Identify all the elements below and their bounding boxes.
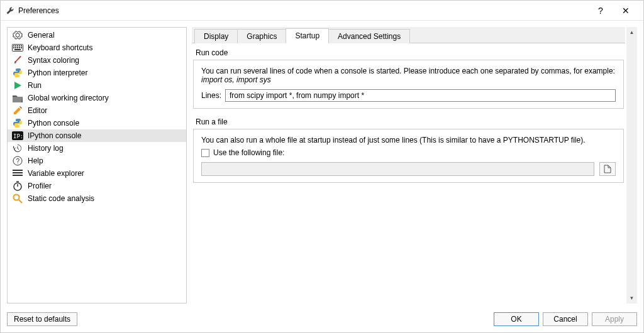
svg-rect-10	[21, 47, 22, 48]
button-bar: Reset to defaults OK Cancel Apply	[1, 310, 643, 332]
ip-icon: IP:	[11, 131, 24, 141]
sidebar-item-general[interactable]: General	[8, 29, 186, 41]
lines-input[interactable]	[225, 89, 616, 102]
run-code-label: Run code	[193, 43, 624, 60]
close-button[interactable]: ✕	[613, 6, 638, 16]
sidebar-item-label: General	[28, 31, 55, 40]
svg-rect-6	[13, 47, 14, 48]
python-icon	[11, 68, 24, 78]
svg-rect-9	[19, 47, 20, 48]
scroll-up-icon[interactable]: ▲	[626, 27, 637, 38]
svg-rect-8	[17, 47, 18, 48]
svg-rect-17	[13, 172, 23, 173]
titlebar: Preferences ? ✕	[1, 1, 643, 21]
svg-text:IP:: IP:	[13, 133, 23, 139]
file-icon	[604, 165, 611, 173]
run-file-label: Run a file	[193, 112, 624, 129]
sidebar-item-python-console[interactable]: Python console	[8, 117, 186, 129]
svg-rect-7	[15, 47, 16, 48]
history-icon	[11, 143, 24, 153]
apply-button[interactable]: Apply	[592, 312, 637, 326]
sidebar-item-help[interactable]: ?Help	[8, 155, 186, 167]
magnify-icon	[11, 194, 24, 204]
sidebar-item-label: IPython console	[28, 131, 81, 140]
sidebar-item-label: Global working directory	[28, 94, 109, 102]
sidebar-item-editor[interactable]: Editor	[8, 104, 186, 117]
svg-rect-2	[15, 45, 16, 46]
sidebar-item-keyboard-shortcuts[interactable]: Keyboard shortcuts	[8, 41, 186, 54]
tab-startup[interactable]: Startup	[286, 28, 329, 43]
tabstrip: DisplayGraphicsStartupAdvanced Settings	[192, 27, 625, 43]
sidebar-item-syntax-coloring[interactable]: Syntax coloring	[8, 54, 186, 67]
sidebar-item-profiler[interactable]: Profiler	[8, 180, 186, 192]
sidebar-item-python-interpreter[interactable]: Python interpreter	[8, 67, 186, 79]
scroll-down-icon[interactable]: ▼	[626, 293, 637, 303]
keyboard-icon	[11, 43, 24, 53]
sidebar-item-label: Keyboard shortcuts	[28, 43, 92, 52]
browse-file-button[interactable]	[599, 162, 616, 176]
sidebar: GeneralKeyboard shortcutsSyntax coloring…	[7, 27, 187, 303]
sidebar-item-static-code-analysis[interactable]: Static code analysis	[8, 192, 186, 205]
sidebar-item-label: History log	[28, 144, 64, 153]
svg-rect-5	[21, 45, 22, 46]
folder-icon	[11, 93, 24, 103]
tab-advanced-settings[interactable]: Advanced Settings	[328, 29, 410, 43]
brush-icon	[11, 55, 24, 65]
play-icon	[11, 80, 24, 90]
cancel-button[interactable]: Cancel	[543, 312, 588, 326]
wrench-icon	[6, 6, 14, 15]
svg-rect-1	[13, 45, 14, 46]
sidebar-item-label: Variable explorer	[28, 169, 84, 178]
sidebar-item-label: Python console	[28, 119, 79, 128]
sidebar-item-ipython-console[interactable]: IP:IPython console	[8, 129, 186, 142]
svg-rect-11	[14, 49, 21, 50]
sidebar-item-run[interactable]: Run	[8, 79, 186, 92]
sidebar-item-global-working-directory[interactable]: Global working directory	[8, 92, 186, 104]
pencil-icon	[11, 106, 24, 116]
sidebar-item-variable-explorer[interactable]: Variable explorer	[8, 167, 186, 180]
sidebar-item-label: Run	[28, 81, 42, 90]
run-code-group: You can run several lines of code when a…	[193, 60, 624, 109]
scrollbar[interactable]: ▲ ▼	[626, 27, 637, 303]
sidebar-item-history-log[interactable]: History log	[8, 142, 186, 155]
help-button[interactable]: ?	[588, 6, 613, 16]
sidebar-item-label: Editor	[28, 106, 47, 115]
tab-display[interactable]: Display	[194, 29, 238, 43]
sidebar-item-label: Profiler	[28, 182, 52, 190]
run-file-group: You can also run a whole file at startup…	[193, 129, 624, 183]
svg-rect-3	[17, 45, 18, 46]
sidebar-item-label: Syntax coloring	[28, 56, 79, 65]
list-icon	[11, 168, 24, 178]
run-code-desc: You can run several lines of code when a…	[201, 67, 616, 84]
sidebar-item-label: Python interpreter	[28, 68, 87, 77]
svg-point-20	[14, 195, 19, 200]
sidebar-item-label: Static code analysis	[28, 194, 94, 203]
ok-button[interactable]: OK	[494, 312, 539, 326]
python-icon	[11, 118, 24, 128]
lines-label: Lines:	[201, 91, 221, 100]
use-file-checkbox[interactable]	[201, 149, 209, 157]
timer-icon	[11, 181, 24, 191]
svg-rect-16	[13, 170, 23, 171]
sidebar-item-label: Help	[28, 156, 43, 165]
window-title: Preferences	[18, 6, 59, 15]
svg-text:?: ?	[16, 158, 20, 165]
reset-defaults-button[interactable]: Reset to defaults	[7, 312, 77, 326]
use-file-label: Use the following file:	[213, 148, 284, 157]
help-icon: ?	[11, 156, 24, 166]
svg-rect-4	[19, 45, 20, 46]
file-path-input[interactable]	[201, 162, 594, 176]
svg-rect-18	[13, 175, 23, 176]
tab-graphics[interactable]: Graphics	[237, 29, 286, 43]
run-file-desc: You can also run a whole file at startup…	[201, 136, 616, 145]
gear-icon	[11, 30, 24, 40]
